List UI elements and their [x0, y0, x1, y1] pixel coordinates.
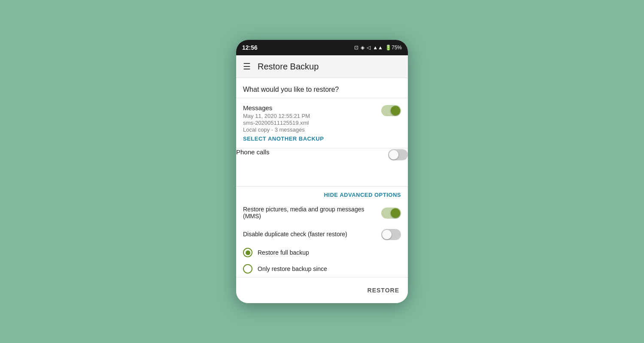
duplicate-check-toggle[interactable] [381, 229, 401, 240]
phone-calls-toggle-thumb [389, 150, 398, 159]
messages-content: Messages May 11, 2020 12:55:21 PM sms-20… [243, 104, 381, 142]
duplicate-check-toggle-thumb [382, 230, 392, 239]
duplicate-check-row: Disable duplicate check (faster restore) [236, 224, 408, 244]
status-icons: ⊡ ◈ ◁ ▲▲ 🔋75% [354, 45, 402, 51]
radio-since-row[interactable]: Only restore backup since [236, 261, 408, 277]
radio-since-circle[interactable] [243, 264, 252, 274]
mms-toggle[interactable] [381, 208, 401, 219]
signal-icon: ▲▲ [373, 45, 383, 51]
phone-calls-content: Phone calls [236, 148, 388, 157]
bottom-bar: RESTORE [236, 277, 408, 303]
mms-row: Restore pictures, media and group messag… [236, 202, 408, 224]
phone-calls-row: Phone calls [236, 148, 408, 186]
phone-frame: 12:56 ⊡ ◈ ◁ ▲▲ 🔋75% ☰ Restore Backup Wha… [236, 40, 408, 303]
messages-row: Messages May 11, 2020 12:55:21 PM sms-20… [236, 98, 408, 148]
advanced-options-section: HIDE ADVANCED OPTIONS Restore pictures, … [236, 186, 408, 277]
mms-toggle-thumb [391, 208, 400, 218]
hide-advanced-button[interactable]: HIDE ADVANCED OPTIONS [236, 187, 408, 202]
messages-date: May 11, 2020 12:55:21 PM [243, 113, 376, 119]
select-another-backup-button[interactable]: SELECT ANOTHER BACKUP [243, 135, 376, 142]
status-time: 12:56 [242, 44, 258, 51]
messages-label: Messages [243, 104, 376, 111]
vibrate-icon: ◁ [367, 45, 371, 51]
phone-calls-toggle[interactable] [388, 149, 408, 160]
mms-label: Restore pictures, media and group messag… [243, 206, 381, 220]
status-bar: 12:56 ⊡ ◈ ◁ ▲▲ 🔋75% [236, 40, 408, 55]
app-title: Restore Backup [258, 62, 319, 72]
restore-button[interactable]: RESTORE [366, 284, 401, 296]
phone-calls-label: Phone calls [236, 148, 383, 156]
radio-since-label: Only restore backup since [258, 265, 327, 272]
duplicate-check-label: Disable duplicate check (faster restore) [243, 231, 381, 238]
messages-copy-info: Local copy - 3 messages [243, 126, 376, 133]
messages-toggle[interactable] [381, 105, 401, 116]
location-icon: ◈ [361, 45, 365, 51]
messages-toggle-thumb [391, 106, 400, 115]
app-bar: ☰ Restore Backup [236, 55, 408, 78]
messages-filename: sms-20200511125519.xml [243, 120, 376, 126]
hamburger-menu-icon[interactable]: ☰ [243, 61, 251, 72]
camera-icon: ⊡ [354, 45, 358, 51]
restore-question: What would you like to restore? [236, 78, 408, 98]
main-content: What would you like to restore? Messages… [236, 78, 408, 303]
radio-full-backup-circle[interactable] [243, 248, 252, 257]
battery-icon: 🔋75% [385, 45, 402, 51]
radio-full-backup-label: Restore full backup [258, 249, 309, 256]
radio-full-backup-row[interactable]: Restore full backup [236, 244, 408, 261]
